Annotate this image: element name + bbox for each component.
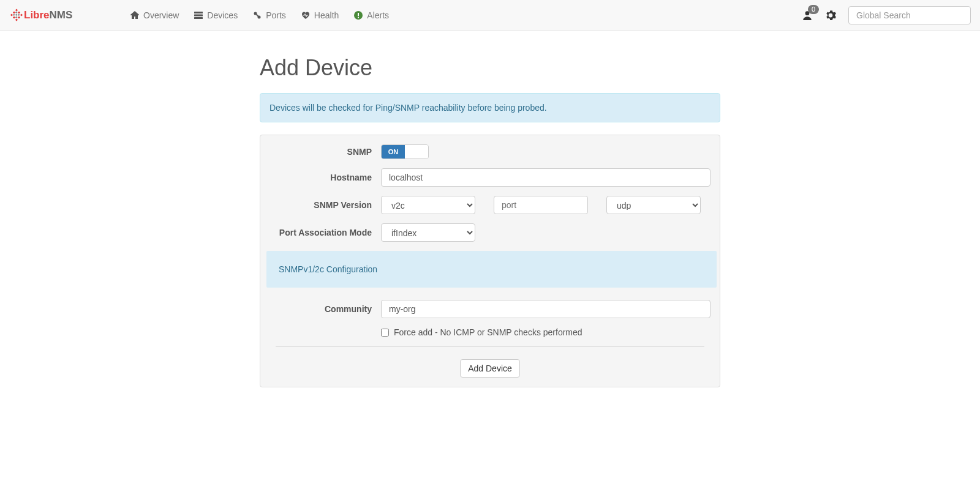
nav-label: Health [314, 10, 339, 20]
snmp-version-select[interactable]: v2c [381, 196, 475, 214]
global-search-input[interactable] [848, 6, 971, 24]
svg-rect-14 [194, 12, 203, 13]
heartbeat-icon [301, 10, 311, 20]
snmp-label: SNMP [270, 147, 381, 157]
snmp-version-label: SNMP Version [270, 200, 381, 210]
link-icon [252, 10, 262, 20]
svg-rect-11 [15, 16, 18, 18]
user-menu[interactable]: 0 [802, 10, 813, 21]
port-assoc-row: Port Association Mode ifIndex [260, 223, 720, 242]
svg-rect-1 [13, 11, 15, 13]
snmp-port-input[interactable] [494, 196, 588, 214]
nav-alerts[interactable]: Alerts [346, 1, 396, 29]
info-alert: Devices will be checked for Ping/SNMP re… [260, 93, 720, 122]
community-label: Community [270, 304, 381, 314]
svg-rect-3 [10, 13, 13, 16]
page-title: Add Device [260, 55, 720, 81]
server-icon [194, 10, 203, 20]
svg-rect-16 [194, 17, 203, 19]
add-device-form: SNMP ON Hostname SNMP Version v2c [260, 135, 720, 387]
nav-overview[interactable]: Overview [123, 1, 186, 29]
svg-rect-4 [20, 13, 23, 16]
nav-health[interactable]: Health [293, 1, 346, 29]
librenms-logo-icon: LibreNMS [9, 6, 113, 24]
port-assoc-label: Port Association Mode [270, 228, 381, 237]
nav-label: Overview [143, 10, 179, 20]
nav-devices[interactable]: Devices [186, 1, 245, 29]
community-input[interactable] [381, 300, 710, 318]
nav-label: Ports [266, 10, 286, 20]
notification-badge: 0 [808, 5, 819, 14]
gear-icon [825, 10, 836, 21]
port-assoc-select[interactable]: ifIndex [381, 223, 475, 242]
submit-wrap: Add Device [260, 359, 720, 378]
nav-label: Devices [207, 10, 238, 20]
home-icon [130, 10, 140, 20]
svg-rect-10 [18, 13, 20, 16]
add-device-button[interactable]: Add Device [460, 359, 520, 378]
hostname-label: Hostname [270, 173, 381, 182]
nav-ports[interactable]: Ports [245, 1, 293, 29]
force-add-row: Force add - No ICMP or SNMP checks perfo… [260, 327, 720, 337]
snmp-row: SNMP ON [260, 144, 720, 159]
hostname-input[interactable] [381, 168, 710, 187]
snmp-version-row: SNMP Version v2c udp [260, 196, 720, 214]
navbar: LibreNMS Overview Devices Ports [0, 0, 980, 31]
svg-rect-6 [18, 16, 20, 18]
toggle-on-label: ON [382, 145, 405, 158]
svg-rect-15 [194, 14, 203, 16]
hostname-row: Hostname [260, 168, 720, 187]
snmp-config-header: SNMPv1/2c Configuration [266, 251, 717, 288]
nav-items: Overview Devices Ports Health Alerts [123, 1, 396, 29]
brand-logo[interactable]: LibreNMS [9, 6, 113, 24]
toggle-off-handle [405, 145, 428, 158]
svg-text:LibreNMS: LibreNMS [24, 9, 72, 21]
snmp-transport-select[interactable]: udp [606, 196, 701, 214]
svg-rect-20 [358, 13, 359, 16]
force-add-checkbox[interactable] [381, 329, 389, 337]
svg-rect-7 [15, 18, 18, 21]
nav-right: 0 [802, 4, 971, 27]
main-content: Add Device Devices will be checked for P… [260, 31, 720, 400]
svg-rect-0 [15, 9, 18, 11]
svg-rect-8 [15, 11, 18, 13]
settings-menu[interactable] [819, 4, 842, 27]
community-row: Community [260, 300, 720, 318]
nav-label: Alerts [367, 10, 389, 20]
svg-rect-2 [18, 11, 20, 13]
force-add-label[interactable]: Force add - No ICMP or SNMP checks perfo… [394, 327, 582, 337]
svg-rect-9 [13, 13, 15, 16]
exclamation-icon [353, 10, 363, 20]
svg-rect-5 [13, 16, 15, 18]
snmp-toggle[interactable]: ON [381, 144, 429, 159]
svg-rect-21 [358, 17, 359, 18]
svg-rect-12 [15, 13, 18, 16]
divider [276, 346, 704, 347]
